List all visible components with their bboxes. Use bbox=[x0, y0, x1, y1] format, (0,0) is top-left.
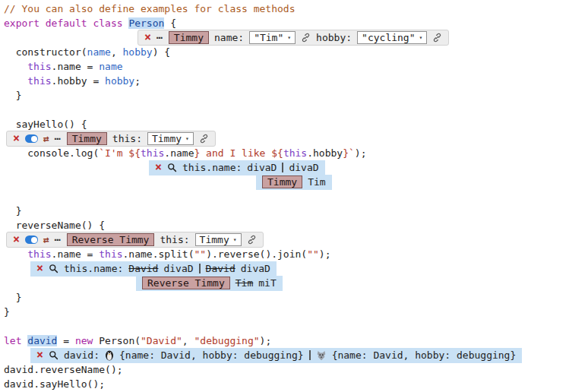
more-options-icon[interactable]: ⋯ bbox=[55, 234, 62, 245]
code-line[interactable]: david.reverseName(); bbox=[4, 362, 569, 377]
code-line[interactable]: export default class Person { bbox=[4, 16, 569, 30]
probe-value-left: {name: David, hobby: debugging} bbox=[119, 349, 304, 361]
code-token: .name = bbox=[52, 61, 100, 72]
close-icon[interactable]: × bbox=[36, 349, 43, 361]
param-name-dropdown[interactable]: "Tim"▾ bbox=[249, 31, 296, 44]
code-token: ) { bbox=[153, 46, 170, 58]
code-line[interactable]: this.name = this.name.split("").reverse(… bbox=[4, 247, 569, 261]
toggle-on-icon[interactable] bbox=[25, 236, 38, 244]
example-name-button[interactable]: Reverse Timmy bbox=[67, 233, 155, 246]
code-line[interactable]: } bbox=[4, 88, 569, 103]
code-token: , bbox=[111, 46, 123, 58]
probe-old-value-right: David bbox=[206, 263, 236, 274]
code-token: } bbox=[16, 205, 22, 217]
code-line[interactable]: david.sayHello(); bbox=[4, 377, 569, 391]
link-icon[interactable] bbox=[301, 33, 311, 43]
example-name-button[interactable]: Timmy bbox=[262, 175, 302, 188]
close-icon[interactable]: × bbox=[155, 162, 162, 173]
widget-row: × ⋯ Timmy name: "Tim"▾ hobby: "cycling"▾ bbox=[4, 30, 569, 45]
probe-old-value-left: David bbox=[128, 263, 158, 274]
link-icon[interactable] bbox=[432, 33, 442, 43]
link-icon[interactable] bbox=[199, 134, 209, 144]
wolf-icon bbox=[316, 350, 327, 361]
divider bbox=[309, 350, 311, 360]
param-token: hobby bbox=[105, 75, 134, 87]
example-name-button[interactable]: Reverse Timmy bbox=[142, 277, 230, 289]
dropdown-value: "cycling" bbox=[362, 32, 415, 43]
more-options-icon[interactable]: ⋯ bbox=[55, 133, 62, 144]
probe-row: × this.name: divaD divaD bbox=[4, 160, 569, 175]
probe-label: david: bbox=[64, 349, 100, 361]
caret-down-icon: ▾ bbox=[233, 236, 237, 243]
code-line-blank[interactable] bbox=[4, 103, 569, 117]
divider bbox=[282, 163, 283, 172]
sayhello-example-widget: × ⇄ ⋯ Timmy this: Timmy▾ bbox=[6, 131, 216, 147]
code-line[interactable]: sayHello() { bbox=[4, 117, 569, 131]
class-example-widget: × ⋯ Timmy name: "Tim"▾ hobby: "cycling"▾ bbox=[138, 30, 449, 46]
this-value-dropdown[interactable]: Timmy▾ bbox=[147, 132, 194, 145]
code-line[interactable]: } bbox=[4, 290, 569, 305]
string-token: `I'm ${ bbox=[99, 147, 141, 159]
code-editor[interactable]: // You can also define examples for clas… bbox=[0, 0, 569, 392]
code-line[interactable]: this.hobby = hobby; bbox=[4, 74, 569, 88]
close-icon[interactable]: × bbox=[144, 32, 151, 43]
this-keyword-token: this bbox=[27, 248, 51, 260]
code-token: .hobby bbox=[307, 147, 343, 159]
close-icon[interactable]: × bbox=[13, 133, 20, 144]
this-keyword-token: this bbox=[99, 248, 122, 260]
code-line[interactable]: } bbox=[4, 204, 569, 218]
example-name-button[interactable]: Timmy bbox=[67, 132, 107, 145]
code-line-blank[interactable] bbox=[4, 319, 569, 334]
code-line[interactable]: this.name = name bbox=[4, 59, 569, 74]
code-line[interactable]: constructor(name, hobby) { bbox=[4, 45, 569, 59]
code-token: ).reverse().join( bbox=[206, 248, 307, 260]
code-line-blank[interactable] bbox=[4, 189, 569, 204]
string-token: } and I like ${ bbox=[194, 147, 283, 159]
more-options-icon[interactable]: ⋯ bbox=[156, 32, 163, 43]
code-token: reverseName() { bbox=[16, 220, 105, 231]
caret-down-icon: ▾ bbox=[185, 135, 189, 142]
param-name-label: name: bbox=[214, 32, 244, 43]
penguin-icon bbox=[105, 349, 114, 361]
code-token: { bbox=[164, 17, 176, 29]
swap-icon[interactable]: ⇄ bbox=[43, 234, 49, 245]
code-token: .name.split( bbox=[123, 248, 194, 260]
this-keyword-token: this bbox=[27, 61, 51, 72]
caret-down-icon: ▾ bbox=[287, 34, 291, 41]
param-hobby-label: hobby: bbox=[316, 32, 352, 43]
probe-value: miT bbox=[258, 277, 276, 289]
example-name-button[interactable]: Timmy bbox=[169, 31, 209, 44]
widget-row: × ⇄ ⋯ Reverse Timmy this: Timmy▾ bbox=[4, 232, 569, 247]
toggle-on-icon[interactable] bbox=[25, 134, 38, 143]
probe-row: × this.name: David divaD David divaD bbox=[4, 261, 569, 276]
swap-icon[interactable]: ⇄ bbox=[43, 133, 49, 144]
string-token: "David" bbox=[141, 335, 182, 346]
probe-value-right: divaD bbox=[289, 162, 318, 173]
divider bbox=[199, 264, 201, 273]
code-line[interactable]: console.log(`I'm ${this.name} and I like… bbox=[4, 146, 569, 160]
code-token: david.reverseName(); bbox=[4, 364, 123, 375]
magnifier-icon[interactable] bbox=[167, 163, 177, 172]
example-result-probe: Reverse Timmy Tim miT bbox=[136, 276, 283, 291]
probe-value-left: divaD bbox=[163, 263, 193, 274]
this-value-dropdown[interactable]: Timmy▾ bbox=[195, 233, 242, 246]
close-icon[interactable]: × bbox=[36, 263, 43, 274]
code-line[interactable]: // You can also define examples for clas… bbox=[4, 2, 569, 16]
close-icon[interactable]: × bbox=[13, 234, 20, 245]
code-line[interactable]: } bbox=[4, 305, 569, 319]
this-keyword-token: this bbox=[141, 147, 164, 159]
code-line[interactable]: reverseName() { bbox=[4, 218, 569, 232]
param-hobby-dropdown[interactable]: "cycling"▾ bbox=[357, 31, 427, 44]
probe-label: this.name: bbox=[182, 162, 242, 173]
probe-value-left: divaD bbox=[247, 162, 277, 173]
code-line[interactable]: let david = new Person("David", "debuggi… bbox=[4, 334, 569, 348]
string-token: "" bbox=[194, 248, 206, 260]
magnifier-icon[interactable] bbox=[49, 264, 58, 273]
magnifier-icon[interactable] bbox=[49, 350, 58, 360]
link-icon[interactable] bbox=[247, 235, 257, 245]
probe-row: × david: {name: David, hobby: debugging}… bbox=[4, 348, 569, 362]
caret-down-icon: ▾ bbox=[419, 34, 423, 41]
code-token: ); bbox=[319, 248, 331, 260]
probe-row: Reverse Timmy Tim miT bbox=[4, 276, 569, 290]
code-token: .hobby = bbox=[52, 75, 105, 87]
